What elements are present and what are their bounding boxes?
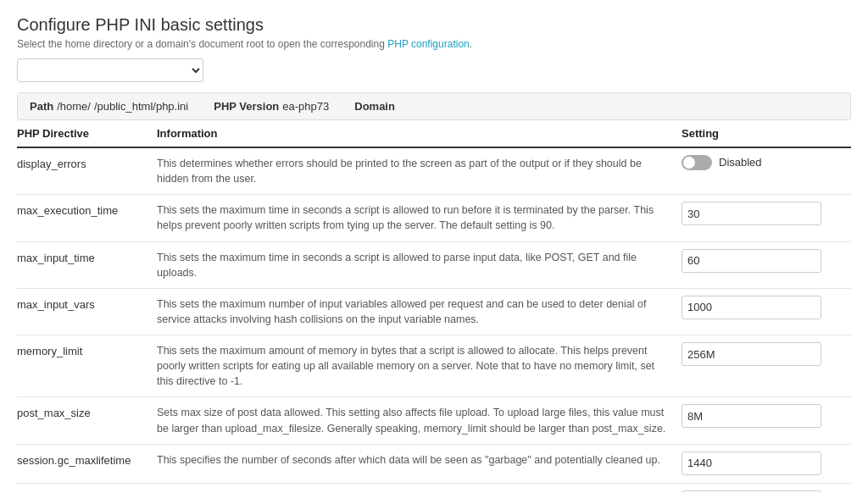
setting-input[interactable] — [682, 342, 821, 366]
version-group: PHP Version ea-php73 — [214, 100, 329, 113]
toggle-switch[interactable] — [682, 155, 712, 170]
toggle-label: Disabled — [719, 155, 762, 171]
setting-cell — [682, 335, 851, 397]
table-row: post_max_sizeSets max size of post data … — [17, 397, 851, 444]
directive-cell: max_input_vars — [17, 288, 157, 335]
directive-cell: max_execution_time — [17, 195, 157, 241]
info-cell: This determines whether errors should be… — [157, 147, 682, 195]
version-label: PHP Version — [214, 100, 279, 113]
path-group: Path /home/ /public_html/php.ini — [30, 100, 188, 113]
info-cell: This sets the maximum time in seconds a … — [157, 241, 682, 288]
version-value: ea-php73 — [282, 100, 329, 113]
subtitle-period: . — [470, 38, 472, 50]
table-row: max_execution_timeThis sets the maximum … — [17, 195, 851, 241]
path-value1: /home/ — [57, 100, 91, 113]
settings-table: PHP Directive Information Setting displa… — [17, 120, 851, 493]
setting-cell — [682, 483, 851, 493]
setting-cell — [682, 288, 851, 335]
directory-select-row — [17, 58, 851, 82]
setting-cell — [682, 241, 851, 288]
setting-cell — [682, 397, 851, 444]
table-row: display_errorsThis determines whether er… — [17, 147, 851, 195]
subtitle-text: Select the home directory or a domain's … — [17, 38, 387, 50]
directive-cell: post_max_size — [17, 397, 157, 444]
info-cell: This sets the maximum time in seconds a … — [157, 195, 682, 241]
directive-cell: display_errors — [17, 147, 157, 195]
table-row: max_input_timeThis sets the maximum time… — [17, 241, 851, 288]
directive-cell: max_input_time — [17, 241, 157, 288]
header-directive: PHP Directive — [17, 120, 157, 147]
info-cell: This specifies the number of seconds aft… — [157, 444, 682, 483]
directive-cell: memory_limit — [17, 335, 157, 397]
table-row: session.save_pathsession.save_path defin… — [17, 483, 851, 493]
page-container: Configure PHP INI basic settings Select … — [0, 0, 868, 493]
setting-cell — [682, 195, 851, 241]
info-cell: session.save_path defines the argument w… — [157, 483, 682, 493]
domain-label: Domain — [354, 100, 395, 113]
info-cell: Sets max size of post data allowed. This… — [157, 397, 682, 444]
setting-input[interactable] — [682, 202, 821, 225]
info-cell: This sets the maximum number of input va… — [157, 288, 682, 335]
page-subtitle: Select the home directory or a domain's … — [17, 38, 851, 50]
setting-cell — [682, 444, 851, 483]
directory-select[interactable] — [17, 58, 203, 82]
path-bar: Path /home/ /public_html/php.ini PHP Ver… — [17, 92, 851, 120]
toggle-container[interactable]: Disabled — [682, 155, 843, 171]
table-row: max_input_varsThis sets the maximum numb… — [17, 288, 851, 335]
directive-cell: session.gc_maxlifetime — [17, 444, 157, 483]
php-config-link[interactable]: PHP configuration — [387, 38, 470, 50]
domain-group: Domain — [354, 100, 398, 113]
setting-input[interactable] — [682, 451, 821, 475]
header-setting: Setting — [682, 120, 851, 147]
setting-input[interactable] — [682, 249, 821, 273]
setting-input[interactable] — [682, 296, 821, 319]
setting-input[interactable] — [682, 404, 821, 428]
header-info: Information — [157, 120, 682, 147]
page-title: Configure PHP INI basic settings — [17, 15, 851, 35]
table-header-row: PHP Directive Information Setting — [17, 120, 851, 147]
directive-cell: session.save_path — [17, 483, 157, 493]
setting-input[interactable] — [682, 490, 821, 493]
table-row: memory_limitThis sets the maximum amount… — [17, 335, 851, 397]
path-value2: /public_html/php.ini — [94, 100, 188, 113]
info-cell: This sets the maximum amount of memory i… — [157, 335, 682, 397]
table-row: session.gc_maxlifetimeThis specifies the… — [17, 444, 851, 483]
path-label: Path — [30, 100, 53, 113]
setting-cell: Disabled — [682, 147, 851, 195]
